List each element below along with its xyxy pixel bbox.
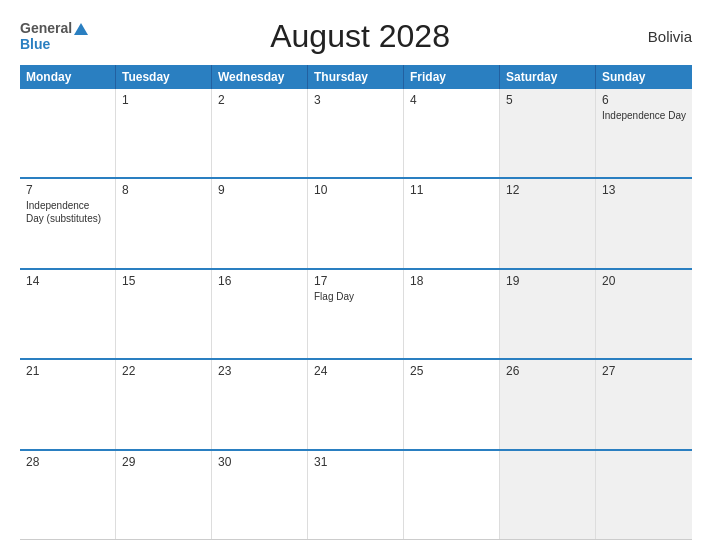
calendar-header: Monday Tuesday Wednesday Thursday Friday… (20, 65, 692, 89)
header-wednesday: Wednesday (212, 65, 308, 89)
table-row: 8 (116, 179, 212, 267)
header-monday: Monday (20, 65, 116, 89)
table-row: 2 (212, 89, 308, 177)
table-row: 22 (116, 360, 212, 448)
table-row (500, 451, 596, 539)
table-row: 13 (596, 179, 692, 267)
table-row (20, 89, 116, 177)
header-thursday: Thursday (308, 65, 404, 89)
table-row: 15 (116, 270, 212, 358)
week-1: 1 2 3 4 5 6Independence Day (20, 89, 692, 179)
table-row: 25 (404, 360, 500, 448)
header-sunday: Sunday (596, 65, 692, 89)
table-row: 26 (500, 360, 596, 448)
header-friday: Friday (404, 65, 500, 89)
table-row: 1 (116, 89, 212, 177)
table-row: 3 (308, 89, 404, 177)
table-row: 28 (20, 451, 116, 539)
logo: General Blue (20, 21, 88, 52)
table-row: 11 (404, 179, 500, 267)
table-row: 16 (212, 270, 308, 358)
table-row: 12 (500, 179, 596, 267)
table-row: 18 (404, 270, 500, 358)
table-row: 23 (212, 360, 308, 448)
table-row: 29 (116, 451, 212, 539)
calendar-body: 1 2 3 4 5 6Independence Day 7Independenc… (20, 89, 692, 540)
week-4: 21 22 23 24 25 26 27 (20, 360, 692, 450)
table-row: 30 (212, 451, 308, 539)
country-label: Bolivia (632, 28, 692, 45)
logo-triangle-icon (74, 23, 88, 35)
table-row: 24 (308, 360, 404, 448)
calendar: Monday Tuesday Wednesday Thursday Friday… (20, 65, 692, 540)
table-row: 27 (596, 360, 692, 448)
logo-general: General (20, 21, 72, 36)
table-row (404, 451, 500, 539)
table-row: 31 (308, 451, 404, 539)
page-title: August 2028 (88, 18, 632, 55)
header-saturday: Saturday (500, 65, 596, 89)
week-3: 14 15 16 17Flag Day 18 19 20 (20, 270, 692, 360)
table-row: 6Independence Day (596, 89, 692, 177)
table-row: 19 (500, 270, 596, 358)
table-row: 4 (404, 89, 500, 177)
table-row: 5 (500, 89, 596, 177)
table-row: 7Independence Day (substitutes) (20, 179, 116, 267)
week-2: 7Independence Day (substitutes) 8 9 10 1… (20, 179, 692, 269)
table-row: 17Flag Day (308, 270, 404, 358)
logo-blue: Blue (20, 37, 88, 52)
table-row (596, 451, 692, 539)
table-row: 9 (212, 179, 308, 267)
table-row: 14 (20, 270, 116, 358)
table-row: 21 (20, 360, 116, 448)
table-row: 10 (308, 179, 404, 267)
table-row: 20 (596, 270, 692, 358)
page: General Blue August 2028 Bolivia Monday … (0, 0, 712, 550)
week-5: 28 29 30 31 (20, 451, 692, 540)
header: General Blue August 2028 Bolivia (20, 18, 692, 55)
header-tuesday: Tuesday (116, 65, 212, 89)
